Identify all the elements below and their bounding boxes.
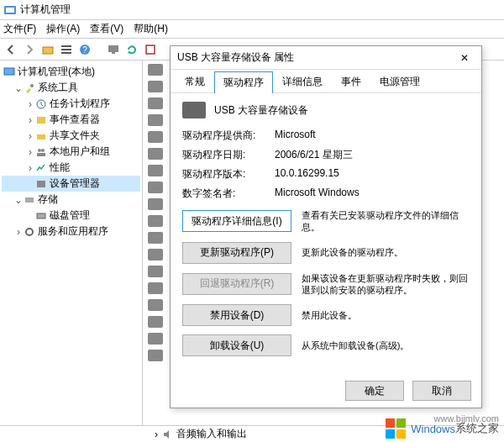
svg-point-22 bbox=[26, 229, 33, 235]
storage-icon bbox=[24, 194, 35, 206]
list-item[interactable] bbox=[148, 215, 163, 227]
dialog-tabs: 常规 驱动程序 详细信息 事件 电源管理 bbox=[171, 70, 481, 93]
close-button[interactable]: ✕ bbox=[454, 52, 475, 64]
list-item[interactable] bbox=[148, 114, 163, 126]
uninstall-device-button[interactable]: 卸载设备(U) bbox=[182, 334, 291, 356]
menubar: 文件(F) 操作(A) 查看(V) 帮助(H) bbox=[0, 20, 504, 39]
folder-icon[interactable] bbox=[40, 42, 55, 57]
info-version: 驱动程序版本:10.0.16299.15 bbox=[182, 167, 470, 182]
info-date: 驱动程序日期:2006/6/21 星期三 bbox=[182, 148, 470, 162]
svg-rect-11 bbox=[4, 68, 14, 75]
rollback-driver-desc: 如果该设备在更新驱动程序时失败，则回退到以前安装的驱动程序。 bbox=[302, 272, 470, 297]
tree-task-scheduler[interactable]: ›任务计划程序 bbox=[2, 96, 140, 112]
properties-dialog: USB 大容量存储设备 属性 ✕ 常规 驱动程序 详细信息 事件 电源管理 US… bbox=[170, 45, 482, 408]
audio-icon bbox=[161, 429, 173, 440]
tree-local-users[interactable]: ›本地用户和组 bbox=[2, 144, 140, 160]
row-rollback-driver: 回退驱动程序(R) 如果该设备在更新驱动程序时失败，则回退到以前安装的驱动程序。 bbox=[182, 272, 470, 297]
list-item[interactable] bbox=[148, 333, 163, 345]
list-item[interactable] bbox=[148, 198, 163, 210]
watermark-brand: Windows bbox=[411, 423, 455, 435]
list-item[interactable] bbox=[148, 350, 163, 361]
update-driver-button[interactable]: 更新驱动程序(P) bbox=[182, 242, 291, 264]
driver-details-desc: 查看有关已安装驱动程序文件的详细信息。 bbox=[302, 209, 470, 234]
dialog-body: USB 大容量存储设备 驱动程序提供商:Microsoft 驱动程序日期:200… bbox=[171, 93, 481, 373]
back-icon[interactable] bbox=[3, 42, 18, 57]
svg-rect-14 bbox=[37, 117, 45, 124]
menu-file[interactable]: 文件(F) bbox=[3, 22, 36, 36]
svg-point-17 bbox=[41, 149, 45, 152]
svg-rect-18 bbox=[37, 153, 45, 156]
tab-power[interactable]: 电源管理 bbox=[370, 71, 429, 92]
dialog-titlebar: USB 大容量存储设备 属性 ✕ bbox=[171, 46, 481, 70]
svg-point-16 bbox=[38, 149, 41, 152]
tree-storage[interactable]: ⌄存储 bbox=[2, 192, 140, 208]
tree-system-tools[interactable]: ⌄ 系统工具 bbox=[2, 80, 140, 96]
tree-services[interactable]: ›服务和应用程序 bbox=[2, 224, 140, 239]
tree-device-manager[interactable]: 设备管理器 bbox=[2, 176, 140, 192]
list-item[interactable] bbox=[148, 266, 163, 277]
computer-icon[interactable] bbox=[106, 42, 121, 57]
tree-root[interactable]: 计算机管理(本地) bbox=[2, 64, 140, 80]
svg-rect-20 bbox=[25, 197, 34, 203]
list-item[interactable] bbox=[148, 299, 163, 311]
menu-view[interactable]: 查看(V) bbox=[90, 22, 123, 36]
tab-details[interactable]: 详细信息 bbox=[273, 71, 332, 92]
refresh-icon[interactable] bbox=[124, 42, 139, 57]
cancel-button[interactable]: 取消 bbox=[412, 381, 471, 401]
help-icon[interactable]: ? bbox=[77, 42, 92, 57]
ok-button[interactable]: 确定 bbox=[345, 381, 404, 401]
list-item[interactable] bbox=[148, 131, 163, 143]
driver-details-button[interactable]: 驱动程序详细信息(I) bbox=[182, 210, 291, 232]
expand-icon[interactable]: › bbox=[155, 429, 158, 440]
list-item[interactable] bbox=[148, 148, 163, 160]
list-item[interactable] bbox=[148, 81, 163, 92]
svg-text:?: ? bbox=[82, 45, 87, 55]
svg-rect-15 bbox=[37, 134, 45, 139]
svg-rect-24 bbox=[396, 418, 406, 428]
list-item[interactable] bbox=[148, 316, 163, 328]
tree-shared-folders[interactable]: ›共享文件夹 bbox=[2, 128, 140, 144]
collapse-icon[interactable]: ⌄ bbox=[13, 194, 24, 206]
svg-rect-26 bbox=[396, 429, 406, 439]
list-item[interactable] bbox=[148, 165, 163, 176]
users-icon bbox=[35, 146, 47, 158]
forward-icon[interactable] bbox=[22, 42, 37, 57]
device-name: USB 大容量存储设备 bbox=[214, 103, 308, 118]
info-signer: 数字签名者:Microsoft Windows bbox=[182, 187, 470, 201]
list-item[interactable] bbox=[148, 182, 163, 193]
svg-rect-23 bbox=[386, 418, 395, 428]
row-uninstall-device: 卸载设备(U) 从系统中卸载设备(高级)。 bbox=[182, 334, 470, 356]
tab-events[interactable]: 事件 bbox=[332, 71, 370, 92]
svg-rect-9 bbox=[112, 52, 115, 54]
tree-audio[interactable]: 音频输入和输出 bbox=[176, 427, 247, 441]
window-titlebar: 计算机管理 bbox=[0, 0, 504, 20]
update-driver-desc: 更新此设备的驱动程序。 bbox=[302, 246, 470, 258]
list-item[interactable] bbox=[148, 232, 163, 244]
svg-rect-19 bbox=[37, 181, 45, 187]
collapse-icon[interactable]: ⌄ bbox=[13, 82, 24, 94]
computer-icon bbox=[3, 66, 15, 78]
device-icon bbox=[35, 178, 47, 190]
disable-device-desc: 禁用此设备。 bbox=[302, 309, 470, 321]
list-item[interactable] bbox=[148, 249, 163, 260]
menu-help[interactable]: 帮助(H) bbox=[134, 22, 168, 36]
tree-event-viewer[interactable]: ›事件查看器 bbox=[2, 112, 140, 128]
list-item[interactable] bbox=[148, 97, 163, 109]
usb-device-icon bbox=[182, 102, 206, 118]
disable-device-button[interactable]: 禁用设备(D) bbox=[182, 304, 291, 326]
tab-general[interactable]: 常规 bbox=[176, 71, 214, 92]
scan-icon[interactable] bbox=[143, 42, 158, 57]
list-icon[interactable] bbox=[59, 42, 74, 57]
menu-action[interactable]: 操作(A) bbox=[46, 22, 80, 36]
list-item[interactable] bbox=[148, 64, 163, 76]
row-driver-details: 驱动程序详细信息(I) 查看有关已安装驱动程序文件的详细信息。 bbox=[182, 209, 470, 234]
tree-disk-mgmt[interactable]: 磁盘管理 bbox=[2, 208, 140, 224]
tab-driver[interactable]: 驱动程序 bbox=[214, 71, 273, 93]
svg-rect-4 bbox=[61, 49, 71, 50]
tree-performance[interactable]: ›性能 bbox=[2, 160, 140, 176]
list-item[interactable] bbox=[148, 282, 163, 294]
tree-panel: 计算机管理(本地) ⌄ 系统工具 ›任务计划程序 ›事件查看器 ›共享文件夹 ›… bbox=[0, 61, 143, 425]
svg-rect-25 bbox=[386, 429, 395, 439]
svg-rect-8 bbox=[108, 45, 118, 52]
watermark: Windows 系统之家 bbox=[384, 417, 499, 440]
